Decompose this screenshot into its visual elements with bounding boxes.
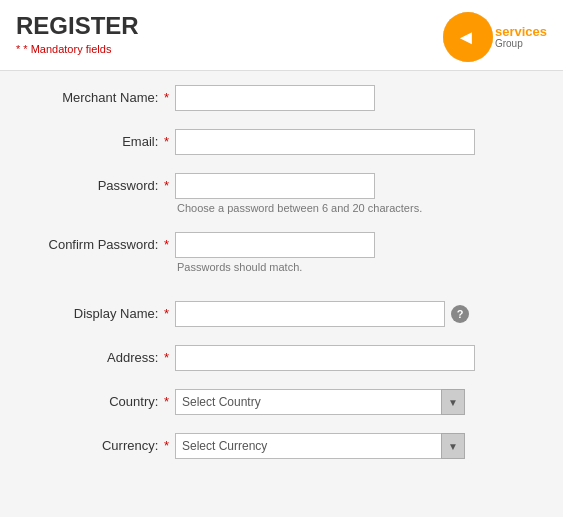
merchant-name-label: Merchant Name: *	[20, 85, 175, 105]
required-star-password: *	[160, 178, 169, 193]
address-label: Address: *	[20, 345, 175, 365]
currency-select[interactable]: Select Currency	[175, 433, 465, 459]
merchant-name-input-wrap	[175, 85, 543, 111]
address-row: Address: *	[20, 341, 543, 375]
country-select-wrap: Select Country ▼	[175, 389, 465, 415]
required-star-currency: *	[160, 438, 169, 453]
email-input-wrap	[175, 129, 543, 155]
email-row: Email: *	[20, 125, 543, 159]
password-input-wrap: Choose a password between 6 and 20 chara…	[175, 173, 543, 214]
page-container: REGISTER * * Mandatory fields ◄ services…	[0, 0, 563, 517]
email-input[interactable]	[175, 129, 475, 155]
country-input-wrap: Select Country ▼	[175, 389, 543, 415]
currency-select-wrap: Select Currency ▼	[175, 433, 465, 459]
header-left: REGISTER * * Mandatory fields	[16, 12, 139, 55]
address-input[interactable]	[175, 345, 475, 371]
password-label: Password: *	[20, 173, 175, 193]
confirm-password-row: Confirm Password: * Passwords should mat…	[20, 228, 543, 277]
header: REGISTER * * Mandatory fields ◄ services…	[0, 0, 563, 71]
page-title: REGISTER	[16, 12, 139, 41]
required-star-address: *	[160, 350, 169, 365]
required-star-country: *	[160, 394, 169, 409]
display-name-input-wrap: ?	[175, 301, 543, 327]
merchant-name-row: Merchant Name: *	[20, 81, 543, 115]
form-container: Merchant Name: * Email: * Password: * Ch…	[0, 71, 563, 493]
logo-container: ◄ services Group	[443, 12, 547, 62]
confirm-password-hint: Passwords should match.	[177, 261, 543, 273]
required-star-merchant: *	[160, 90, 169, 105]
mandatory-text: * * Mandatory fields	[16, 43, 139, 55]
country-label: Country: *	[20, 389, 175, 409]
email-label: Email: *	[20, 129, 175, 149]
display-name-field-row: ?	[175, 301, 543, 327]
spacer	[20, 287, 543, 297]
display-name-row: Display Name: * ?	[20, 297, 543, 331]
confirm-password-input[interactable]	[175, 232, 375, 258]
logo-icon: ◄	[443, 12, 493, 62]
country-select[interactable]: Select Country	[175, 389, 465, 415]
confirm-password-label: Confirm Password: *	[20, 232, 175, 252]
merchant-name-input[interactable]	[175, 85, 375, 111]
required-star-display: *	[160, 306, 169, 321]
password-row: Password: * Choose a password between 6 …	[20, 169, 543, 218]
required-star-email: *	[160, 134, 169, 149]
display-name-label: Display Name: *	[20, 301, 175, 321]
mandatory-label-text: * Mandatory fields	[23, 43, 111, 55]
logo-sub: Group	[495, 38, 547, 50]
display-name-input[interactable]	[175, 301, 445, 327]
help-icon[interactable]: ?	[451, 305, 469, 323]
required-star-confirm: *	[160, 237, 169, 252]
currency-row: Currency: * Select Currency ▼	[20, 429, 543, 463]
address-input-wrap	[175, 345, 543, 371]
password-hint: Choose a password between 6 and 20 chara…	[177, 202, 543, 214]
logo-arrow-icon: ◄	[456, 26, 476, 49]
logo-name: services	[495, 25, 547, 38]
country-row: Country: * Select Country ▼	[20, 385, 543, 419]
confirm-password-input-wrap: Passwords should match.	[175, 232, 543, 273]
password-input[interactable]	[175, 173, 375, 199]
currency-label: Currency: *	[20, 433, 175, 453]
currency-input-wrap: Select Currency ▼	[175, 433, 543, 459]
